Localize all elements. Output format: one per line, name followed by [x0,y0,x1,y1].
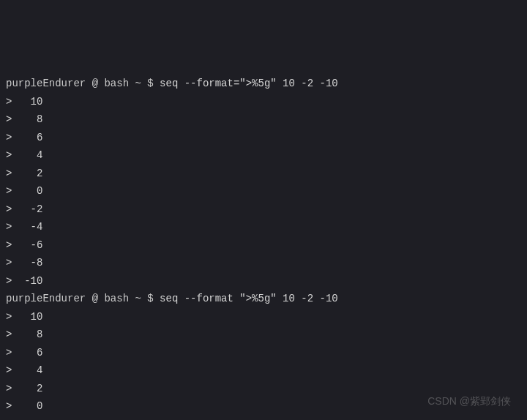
output-line: > -2 [6,200,521,219]
output-line: > 8 [6,110,521,129]
output-line: > 2 [6,380,521,398]
prompt-symbol: $ [147,293,153,304]
prompt-symbol: $ [147,78,153,89]
output-line: > 10 [6,93,521,111]
prompt-shell: bash [104,78,129,89]
output-line: > 4 [6,146,521,165]
output-line: > 8 [6,326,521,344]
prompt-user: purpleEndurer [6,293,86,304]
prompt-user: purpleEndurer [6,78,86,89]
output-line: > -2 [6,416,521,421]
prompt-at: @ [92,293,98,304]
output-line: > 6 [6,129,521,147]
output-line: > 2 [6,165,521,183]
command-text: seq --format=">%5g" 10 -2 -10 [160,78,338,89]
output-line: > 10 [6,308,521,326]
output-line: > 0 [6,182,521,200]
output-line: > -4 [6,218,521,236]
output-line: > -10 [6,272,521,290]
prompt-line: purpleEndurer @ bash ~ $ seq --format=">… [6,75,521,93]
output-line: > 6 [6,344,521,362]
prompt-line: purpleEndurer @ bash ~ $ seq --format ">… [6,290,521,308]
output-line: > 4 [6,361,521,380]
prompt-shell: bash [104,293,129,304]
output-line: > -6 [6,236,521,255]
output-line: > 0 [6,397,521,416]
command-text: seq --format ">%5g" 10 -2 -10 [160,293,338,304]
output-line: > -8 [6,254,521,272]
prompt-path: ~ [135,293,141,304]
prompt-at: @ [92,78,98,89]
terminal-output[interactable]: purpleEndurer @ bash ~ $ seq --format=">… [6,75,521,420]
prompt-path: ~ [135,78,141,89]
